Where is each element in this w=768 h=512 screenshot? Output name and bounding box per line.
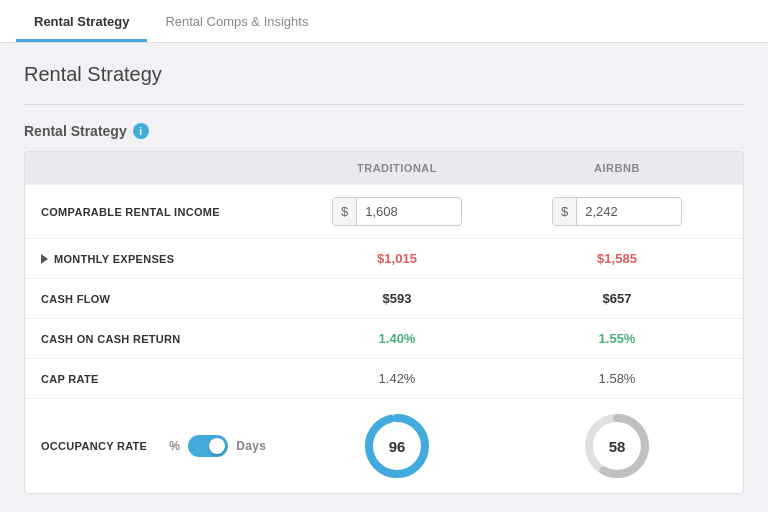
table-row: CAP RATE 1.42% 1.58% bbox=[25, 358, 743, 398]
expand-icon[interactable] bbox=[41, 254, 48, 264]
row-trad-cash-flow: $593 bbox=[287, 291, 507, 306]
airbnb-monthly-expenses-value: $1,585 bbox=[597, 251, 637, 266]
row-airbnb-cap-rate: 1.58% bbox=[507, 371, 727, 386]
row-airbnb-occupancy: 58 bbox=[507, 411, 727, 481]
table-header: TRADITIONAL AIRBNB bbox=[25, 152, 743, 184]
row-label-cap-rate: CAP RATE bbox=[41, 373, 287, 385]
donut-airbnb-label: 58 bbox=[609, 438, 626, 455]
input-group-trad: $ bbox=[332, 197, 462, 226]
page-title: Rental Strategy bbox=[24, 63, 744, 86]
row-label-occupancy: OCCUPANCY RATE % Days bbox=[41, 435, 287, 457]
header-col-label bbox=[41, 162, 287, 174]
toggle-pct-label: % bbox=[169, 439, 180, 453]
divider bbox=[24, 104, 744, 105]
occupancy-toggle[interactable] bbox=[188, 435, 228, 457]
donut-trad-label: 96 bbox=[389, 438, 406, 455]
toggle-days-label: Days bbox=[236, 439, 266, 453]
trad-cash-flow-value: $593 bbox=[383, 291, 412, 306]
tab-bar: Rental Strategy Rental Comps & Insights bbox=[0, 0, 768, 43]
trad-input[interactable] bbox=[357, 198, 437, 225]
row-airbnb-cash-on-cash: 1.55% bbox=[507, 331, 727, 346]
airbnb-cap-rate-value: 1.58% bbox=[599, 371, 636, 386]
info-icon[interactable]: i bbox=[133, 123, 149, 139]
section-heading-text: Rental Strategy bbox=[24, 123, 127, 139]
table-row: OCCUPANCY RATE % Days 96 bbox=[25, 398, 743, 493]
row-label-comparable-rental-income: COMPARABLE RENTAL INCOME bbox=[41, 206, 287, 218]
row-trad-cash-on-cash: 1.40% bbox=[287, 331, 507, 346]
table-row: COMPARABLE RENTAL INCOME $ $ bbox=[25, 184, 743, 238]
trad-monthly-expenses-value: $1,015 bbox=[377, 251, 417, 266]
input-group-airbnb: $ bbox=[552, 197, 682, 226]
donut-airbnb: 58 bbox=[582, 411, 652, 481]
row-trad-occupancy: 96 bbox=[287, 411, 507, 481]
trad-cap-rate-value: 1.42% bbox=[379, 371, 416, 386]
header-col-airbnb: AIRBNB bbox=[507, 162, 727, 174]
airbnb-input[interactable] bbox=[577, 198, 657, 225]
row-trad-comparable-rental-income: $ bbox=[287, 197, 507, 226]
strategy-table: TRADITIONAL AIRBNB COMPARABLE RENTAL INC… bbox=[24, 151, 744, 494]
section-heading: Rental Strategy i bbox=[24, 123, 744, 139]
airbnb-cash-flow-value: $657 bbox=[603, 291, 632, 306]
airbnb-prefix: $ bbox=[553, 198, 577, 225]
row-airbnb-monthly-expenses: $1,585 bbox=[507, 251, 727, 266]
row-airbnb-cash-flow: $657 bbox=[507, 291, 727, 306]
trad-cash-on-cash-value: 1.40% bbox=[379, 331, 416, 346]
table-row: MONTHLY EXPENSES $1,015 $1,585 bbox=[25, 238, 743, 278]
row-label-cash-flow: CASH FLOW bbox=[41, 293, 287, 305]
donut-trad: 96 bbox=[362, 411, 432, 481]
row-label-cash-on-cash: CASH ON CASH RETURN bbox=[41, 333, 287, 345]
tab-rental-comps[interactable]: Rental Comps & Insights bbox=[147, 0, 326, 42]
row-label-monthly-expenses: MONTHLY EXPENSES bbox=[41, 253, 287, 265]
tab-rental-strategy[interactable]: Rental Strategy bbox=[16, 0, 147, 42]
row-trad-cap-rate: 1.42% bbox=[287, 371, 507, 386]
row-airbnb-comparable-rental-income: $ bbox=[507, 197, 727, 226]
row-trad-monthly-expenses: $1,015 bbox=[287, 251, 507, 266]
trad-prefix: $ bbox=[333, 198, 357, 225]
table-row: CASH FLOW $593 $657 bbox=[25, 278, 743, 318]
table-row: CASH ON CASH RETURN 1.40% 1.55% bbox=[25, 318, 743, 358]
airbnb-cash-on-cash-value: 1.55% bbox=[599, 331, 636, 346]
header-col-traditional: TRADITIONAL bbox=[287, 162, 507, 174]
toggle-container: % Days bbox=[169, 435, 266, 457]
page-content: Rental Strategy Rental Strategy i TRADIT… bbox=[0, 43, 768, 512]
